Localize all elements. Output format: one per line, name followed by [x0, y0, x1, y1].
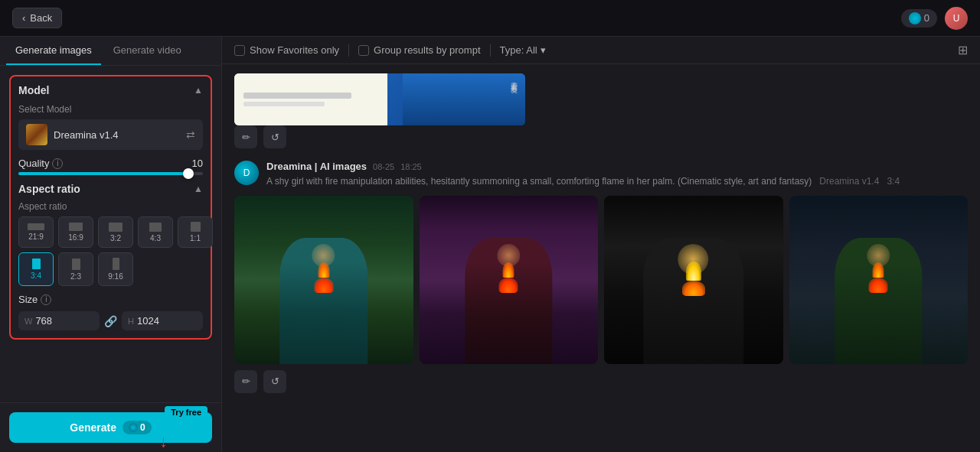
grid-view-icon[interactable]: ⊞: [958, 43, 968, 57]
aspect-shape-9-16: [113, 258, 119, 270]
aspect-shape-1-1: [191, 222, 201, 232]
toolbar-divider-1: [348, 44, 349, 57]
model-settings-icon[interactable]: ⇄: [186, 128, 195, 141]
gen-image-2[interactable]: [420, 196, 599, 364]
girl-figure-2: [446, 238, 571, 364]
credits-icon: [909, 12, 921, 24]
slider-thumb[interactable]: [183, 168, 194, 179]
sidebar-content: Model ▲ Select Model Dreamina v1.4 ⇄: [0, 66, 221, 402]
gen-header: D Dreamina | AI images 08-25 18:25 A shy…: [234, 161, 968, 188]
avatar[interactable]: U: [945, 7, 968, 30]
refresh-button-gen[interactable]: ↺: [263, 370, 286, 393]
group-results-toggle[interactable]: Group results by prompt: [358, 44, 480, 56]
aspect-btn-3-4[interactable]: 3:4: [18, 252, 54, 286]
girl-figure-3: [631, 238, 756, 364]
content-area: Show Favorites only Group results by pro…: [222, 37, 980, 452]
fire-effect-1: [314, 270, 333, 297]
banner-figure: 書友右友: [403, 73, 525, 125]
show-favorites-toggle[interactable]: Show Favorites only: [234, 44, 339, 56]
gen-images-grid: [234, 196, 968, 364]
girl-figure-4: [816, 238, 941, 364]
generation-group: D Dreamina | AI images 08-25 18:25 A shy…: [234, 161, 968, 393]
credits-circle-icon: [129, 423, 138, 432]
model-info: Dreamina v1.4: [26, 124, 119, 145]
aspect-ratio-chevron-icon[interactable]: ▲: [194, 184, 203, 194]
gen-image-1[interactable]: [234, 196, 413, 364]
chinese-text: 書友右友: [509, 76, 519, 83]
height-field[interactable]: H 1024: [122, 311, 203, 330]
banner-blue-area: 書友右友: [387, 73, 525, 125]
fire-effect-2: [499, 270, 518, 297]
banner-text-area: [234, 73, 387, 125]
aspect-btn-1-1[interactable]: 1:1: [178, 216, 213, 248]
slider-fill: [18, 172, 188, 175]
aspect-ratio-header: Aspect ratio ▲: [18, 183, 203, 195]
size-section: Size i W 768 🔗 H 1024: [18, 294, 203, 330]
top-banner-image: 書友右友: [234, 73, 525, 125]
gen-title-row: Dreamina | AI images 08-25 18:25: [266, 161, 968, 172]
edit-button-gen[interactable]: ✏: [234, 370, 257, 393]
quality-info-icon[interactable]: i: [52, 158, 63, 169]
aspect-shape-21-9: [28, 223, 44, 230]
gen-date: 08-25: [373, 162, 394, 171]
aspect-btn-16-9[interactable]: 16:9: [58, 216, 93, 248]
aspect-btn-21-9[interactable]: 21:9: [18, 216, 54, 248]
sidebar-tabs: Generate images Generate video: [0, 37, 221, 66]
model-chevron-icon[interactable]: ▲: [194, 85, 203, 96]
select-model-label: Select Model: [18, 104, 203, 115]
aspect-btn-4-3[interactable]: 4:3: [138, 216, 173, 248]
aspect-shape-3-2: [109, 223, 122, 232]
type-dropdown[interactable]: Type: All ▾: [500, 44, 546, 56]
width-field[interactable]: W 768: [18, 311, 100, 330]
settings-panel: Model ▲ Select Model Dreamina v1.4 ⇄: [9, 75, 212, 340]
sidebar: Generate images Generate video Model ▲ S…: [0, 37, 222, 452]
aspect-btn-2-3[interactable]: 2:3: [58, 252, 93, 286]
gen-image-4[interactable]: [789, 196, 969, 364]
aspect-btn-9-16[interactable]: 9:16: [98, 252, 133, 286]
tab-generate-video[interactable]: Generate video: [104, 37, 191, 65]
tab-generate-images[interactable]: Generate images: [6, 37, 101, 65]
show-favorites-checkbox[interactable]: [234, 45, 245, 56]
girl-figure-1: [261, 238, 386, 364]
aspect-ratio-grid: 21:9 16:9 3:2: [18, 216, 203, 286]
gen-prompt: A shy girl with fire manipulation abilit…: [266, 175, 968, 188]
nav-right: 0 U: [901, 7, 968, 30]
gen-action-bar: ✏ ↺: [234, 370, 968, 393]
feed: 書友右友 ✏ ↺ D: [222, 64, 980, 452]
main-layout: Generate images Generate video Model ▲ S…: [0, 37, 980, 452]
credits-cost: 0: [122, 421, 152, 434]
arrow-indicator: ↑: [159, 434, 168, 452]
credits-badge: 0: [901, 9, 937, 28]
refresh-button-top[interactable]: ↺: [263, 125, 286, 148]
group-results-checkbox[interactable]: [358, 45, 369, 56]
gen-image-3[interactable]: [604, 196, 783, 364]
aspect-row-2: 3:4 2:3 9:16: [18, 252, 203, 286]
try-free-badge: Try free: [165, 406, 207, 418]
gen-avatar: D: [234, 161, 259, 185]
link-dimensions-icon[interactable]: 🔗: [104, 315, 117, 327]
chevron-left-icon: ‹: [22, 12, 25, 24]
aspect-ratio-title: Aspect ratio: [18, 183, 80, 195]
top-image-action-bar: ✏ ↺: [234, 125, 968, 148]
model-selector[interactable]: Dreamina v1.4 ⇄: [18, 119, 203, 150]
model-thumbnail: [26, 124, 47, 145]
chevron-down-icon: ▾: [541, 44, 546, 56]
model-section-header: Model ▲: [18, 84, 203, 96]
aspect-shape-3-4: [32, 259, 41, 269]
quality-slider[interactable]: [18, 172, 203, 175]
aspect-ratio-section: Aspect ratio ▲ Aspect ratio 21:9: [18, 183, 203, 286]
aspect-btn-3-2[interactable]: 3:2: [98, 216, 133, 248]
aspect-shape-4-3: [149, 223, 162, 232]
quality-row: Quality i 10: [18, 158, 203, 169]
top-navigation: ‹ Back 0 U: [0, 0, 980, 37]
fire-effect-4: [869, 270, 888, 297]
fire-effect-3: [682, 269, 705, 300]
aspect-ratio-sublabel: Aspect ratio: [18, 201, 203, 212]
back-button[interactable]: ‹ Back: [12, 8, 62, 28]
quality-label: Quality i: [18, 158, 63, 169]
aspect-shape-16-9: [69, 223, 83, 231]
gen-name: Dreamina | AI images: [266, 161, 367, 172]
edit-button-top[interactable]: ✏: [234, 125, 257, 148]
model-name-label: Dreamina v1.4: [54, 129, 119, 141]
size-info-icon[interactable]: i: [41, 294, 51, 305]
